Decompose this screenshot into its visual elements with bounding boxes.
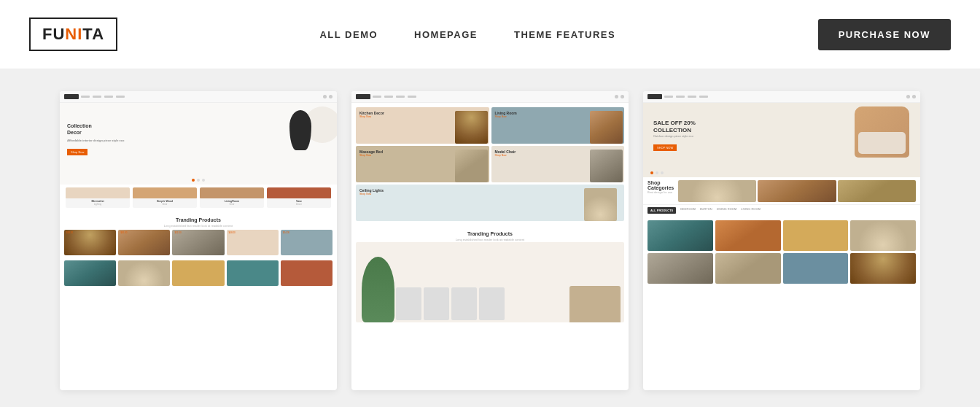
product-item (850, 253, 916, 284)
card3-cat-title: ShopCategories (648, 180, 674, 190)
card1-products-2 (60, 258, 337, 288)
logo[interactable]: FUNITA (29, 18, 117, 51)
nav-all-demo[interactable]: ALL DEMO (319, 29, 378, 40)
card2-cat-living: Living Room Shop Now (491, 107, 625, 144)
cat-sublabel: Decor (296, 203, 302, 206)
mini-nav-link (104, 96, 113, 98)
product-item (783, 220, 849, 251)
product-thumb (281, 260, 332, 286)
cat-item-lamp (678, 180, 756, 202)
card3-cta: SHOP NOW (653, 144, 677, 151)
demo-card-1[interactable]: CollectionDecor Affordable interior desi… (60, 91, 337, 390)
card2-trending-subtitle: Long established fact reader look at rea… (356, 238, 624, 241)
product-in-featured (451, 287, 477, 320)
vase-shape (289, 110, 311, 150)
mini-nav-link (664, 96, 673, 98)
card2-featured (356, 242, 624, 322)
dot-active (192, 179, 195, 182)
product-item (850, 220, 916, 251)
shop-now: Shop Now (495, 154, 516, 157)
cat-sublabel: Chair (162, 203, 167, 206)
cat-sublabel: Lighting (94, 203, 102, 206)
card3-hero-text: SALE OFF 20%COLLECTION Outdoor design pi… (653, 120, 696, 139)
mini-nav-link (373, 96, 381, 98)
product-item (783, 253, 849, 284)
card2-cat-lights: Ceiling Lights Shop Now (356, 185, 624, 221)
mini-nav-icons-2 (615, 95, 624, 98)
cat-img (590, 150, 623, 182)
demo-browser-1: CollectionDecor Affordable interior desi… (60, 91, 337, 390)
mini-nav-links-3 (664, 96, 708, 98)
mini-nav-icon (912, 95, 916, 98)
cat-img (590, 111, 623, 144)
card3-dots (643, 168, 920, 177)
tab-all-products: ALL PRODUCTS (648, 207, 676, 214)
tab-burton: BURTON (700, 207, 712, 214)
product-thumb: $28.00 (64, 230, 116, 255)
mini-header-1 (60, 91, 337, 103)
mini-nav-link (116, 96, 125, 98)
mini-nav-icon (323, 95, 327, 98)
demo-browser-3: SALE OFF 20%COLLECTION Outdoor design pi… (643, 91, 920, 390)
mini-nav-icons-3 (906, 95, 916, 98)
card2-cat-chair: Model Chair Shop Now (491, 146, 625, 182)
mini-nav-icon (906, 95, 910, 98)
mini-nav-link (699, 96, 708, 98)
mini-header-2 (351, 91, 629, 103)
cat-item-table (838, 180, 916, 202)
card3-categories-section: ShopCategories Best design for use (643, 177, 920, 204)
card3-product-grid (643, 218, 920, 286)
product-thumb: $32.00 (172, 230, 224, 255)
cat-sublabel: Chair (229, 203, 234, 206)
card3-cat-subtitle: Best design for use (648, 190, 674, 194)
mini-nav-link (93, 96, 101, 98)
card3-hero: SALE OFF 20%COLLECTION Outdoor design pi… (643, 103, 920, 168)
card3-chair (855, 106, 913, 165)
mini-logo-1 (64, 94, 79, 99)
demo-card-3[interactable]: SALE OFF 20%COLLECTION Outdoor design pi… (643, 91, 920, 390)
tab-livingroom: LIVING ROOM (741, 207, 761, 214)
card3-hero-subtitle: Outdoor design piece style eco (653, 135, 696, 139)
product-thumb: $48.00 (227, 230, 279, 255)
card1-slider-dots (60, 176, 337, 185)
shop-now: Shop Now (359, 193, 384, 195)
demo-grid: CollectionDecor Affordable interior desi… (29, 91, 951, 390)
cat-img (455, 150, 488, 182)
price: $48.00 (227, 230, 279, 236)
demo-browser-2: Kitchen Decor Shop Now Living Room Shop … (351, 91, 629, 390)
purchase-button[interactable]: PURCHASE NOW (818, 19, 951, 50)
dot (661, 171, 664, 174)
chair-cushion (858, 132, 906, 154)
mini-logo-2 (356, 94, 370, 99)
dot (202, 179, 205, 182)
cat-img (200, 187, 264, 198)
header: FUNITA ALL DEMO HOMEPAGE THEME FEATURES … (0, 0, 980, 69)
product-in-featured (424, 287, 449, 320)
dot (197, 179, 200, 182)
card2-cat-bed: Massage Bed Shop Now (356, 146, 489, 182)
nav-theme-features[interactable]: THEME FEATURES (514, 29, 615, 40)
mini-nav-icon (329, 95, 332, 98)
mini-nav-links-1 (81, 96, 125, 98)
cat-item-minimalist: Minimalist Lighting (66, 187, 130, 208)
card1-hero-subtitle: Affordable interior design piece style e… (67, 139, 124, 142)
cat-img (584, 188, 617, 221)
chair-visual (855, 106, 909, 158)
card1-categories: Minimalist Lighting Simple Wood Chair Li… (60, 185, 337, 211)
mini-content-1: CollectionDecor Affordable interior desi… (60, 103, 337, 390)
card3-cat-grid (678, 180, 916, 202)
product-thumb: $56.00 (118, 230, 170, 255)
card1-trending-title: Tranding Products (64, 214, 332, 224)
price: $28.00 (64, 230, 116, 236)
price: $32.00 (172, 230, 224, 236)
demo-card-2[interactable]: Kitchen Decor Shop Now Living Room Shop … (351, 91, 629, 390)
product-in-featured (479, 287, 505, 320)
featured-bed (569, 286, 621, 322)
mini-nav-link (676, 96, 685, 98)
mini-nav-icons-1 (323, 95, 332, 98)
card2-trending-title: Tranding Products (356, 228, 624, 238)
shop-now: Shop Now (359, 115, 384, 118)
product-item (648, 220, 713, 251)
nav-homepage[interactable]: HOMEPAGE (414, 29, 478, 40)
mini-header-3 (643, 91, 920, 103)
